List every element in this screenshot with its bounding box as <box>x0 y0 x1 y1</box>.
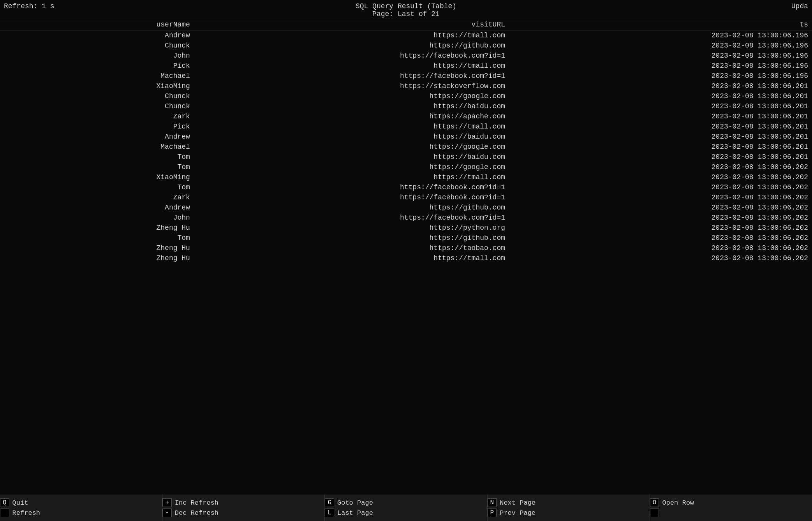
table-row[interactable]: Chunckhttps://baidu.com2023-02-08 13:00:… <box>0 101 812 111</box>
key-plus: + <box>162 498 172 507</box>
table-row[interactable]: Chunckhttps://github.com2023-02-08 13:00… <box>0 40 812 51</box>
table-cell: https://github.com <box>194 40 509 51</box>
footer-item-refresh[interactable]: Refresh <box>0 508 162 518</box>
table-row[interactable]: Tomhttps://baidu.com2023-02-08 13:00:06.… <box>0 152 812 162</box>
key-minus: - <box>162 509 172 517</box>
footer-item-quit[interactable]: Q Quit <box>0 498 162 508</box>
table-row[interactable]: Pickhttps://tmall.com2023-02-08 13:00:06… <box>0 61 812 71</box>
table-row[interactable]: Zheng Huhttps://python.org2023-02-08 13:… <box>0 223 812 233</box>
table-cell: 2023-02-08 13:00:06.196 <box>509 51 812 61</box>
table-cell: John <box>0 51 194 61</box>
table-cell: 2023-02-08 13:00:06.202 <box>509 172 812 182</box>
table-cell: 2023-02-08 13:00:06.202 <box>509 202 812 213</box>
table-cell: https://tmall.com <box>194 61 509 71</box>
header: Refresh: 1 s SQL Query Result (Table) Pa… <box>0 0 812 19</box>
table-cell: Zheng Hu <box>0 243 194 253</box>
table-row[interactable]: Tomhttps://facebook.com?id=12023-02-08 1… <box>0 182 812 192</box>
table-cell: Pick <box>0 121 194 132</box>
key-n: N <box>488 498 497 507</box>
table-cell: 2023-02-08 13:00:06.202 <box>509 182 812 192</box>
footer-item-inc-refresh[interactable]: + Inc Refresh <box>162 498 324 508</box>
table-header: userName visitURL ts <box>0 19 812 30</box>
label-quit: Quit <box>12 499 28 507</box>
table-cell: 2023-02-08 13:00:06.201 <box>509 132 812 142</box>
footer-item-last-page[interactable]: L Last Page <box>325 508 487 518</box>
footer-section-nav: N Next Page P Prev Page <box>488 495 650 521</box>
table-cell: 2023-02-08 13:00:06.202 <box>509 233 812 243</box>
table-row[interactable]: Zarkhttps://facebook.com?id=12023-02-08 … <box>0 192 812 202</box>
table-row[interactable]: Zheng Huhttps://taobao.com2023-02-08 13:… <box>0 243 812 253</box>
key-blank1 <box>0 509 9 517</box>
table-cell: 2023-02-08 13:00:06.201 <box>509 81 812 91</box>
col-ts: ts <box>509 19 812 30</box>
table-row[interactable]: Pickhttps://tmall.com2023-02-08 13:00:06… <box>0 121 812 132</box>
table-row[interactable]: Machaelhttps://facebook.com?id=12023-02-… <box>0 71 812 81</box>
table-cell: 2023-02-08 13:00:06.201 <box>509 111 812 121</box>
table-row[interactable]: XiaoMinghttps://stackoverflow.com2023-02… <box>0 81 812 91</box>
table-row[interactable]: Machaelhttps://google.com2023-02-08 13:0… <box>0 142 812 152</box>
table-cell: https://tmall.com <box>194 172 509 182</box>
table-cell: https://tmall.com <box>194 253 509 263</box>
table-cell: https://facebook.com?id=1 <box>194 71 509 81</box>
table-cell: https://facebook.com?id=1 <box>194 51 509 61</box>
label-goto-page: Goto Page <box>337 499 373 507</box>
table-cell: https://github.com <box>194 202 509 213</box>
footer: Q Quit Refresh + Inc Refresh - Dec Refre… <box>0 495 812 521</box>
footer-section-row: O Open Row <box>650 495 812 521</box>
table-cell: XiaoMing <box>0 81 194 91</box>
table-cell: Chunck <box>0 101 194 111</box>
footer-section-quit: Q Quit Refresh <box>0 495 162 521</box>
table-cell: https://stackoverflow.com <box>194 81 509 91</box>
table-cell: 2023-02-08 13:00:06.202 <box>509 223 812 233</box>
table-cell: 2023-02-08 13:00:06.202 <box>509 213 812 223</box>
table-cell: Machael <box>0 71 194 81</box>
table-cell: Andrew <box>0 202 194 213</box>
table-cell: 2023-02-08 13:00:06.201 <box>509 121 812 132</box>
key-l: L <box>325 509 334 517</box>
table-row[interactable]: Chunckhttps://google.com2023-02-08 13:00… <box>0 91 812 101</box>
table-cell: 2023-02-08 13:00:06.201 <box>509 101 812 111</box>
key-o: O <box>650 498 659 507</box>
footer-item-empty <box>650 508 812 518</box>
table-cell: https://taobao.com <box>194 243 509 253</box>
table-cell: Zheng Hu <box>0 253 194 263</box>
table-row[interactable]: Andrewhttps://baidu.com2023-02-08 13:00:… <box>0 132 812 142</box>
table-row[interactable]: Johnhttps://facebook.com?id=12023-02-08 … <box>0 51 812 61</box>
table-cell: https://google.com <box>194 91 509 101</box>
key-blank2 <box>650 509 659 517</box>
table-cell: Chunck <box>0 91 194 101</box>
table-cell: 2023-02-08 13:00:06.196 <box>509 30 812 41</box>
footer-item-goto-page[interactable]: G Goto Page <box>325 498 487 508</box>
table-cell: https://baidu.com <box>194 101 509 111</box>
footer-item-prev-page[interactable]: P Prev Page <box>488 508 650 518</box>
footer-item-next-page[interactable]: N Next Page <box>488 498 650 508</box>
table-cell: Tom <box>0 152 194 162</box>
table-cell: 2023-02-08 13:00:06.202 <box>509 192 812 202</box>
table-row[interactable]: Zheng Huhttps://tmall.com2023-02-08 13:0… <box>0 253 812 263</box>
table-cell: Andrew <box>0 132 194 142</box>
table-cell: 2023-02-08 13:00:06.202 <box>509 253 812 263</box>
table-cell: Zheng Hu <box>0 223 194 233</box>
table-cell: Tom <box>0 182 194 192</box>
table-cell: XiaoMing <box>0 172 194 182</box>
table-cell: https://facebook.com?id=1 <box>194 192 509 202</box>
table-row[interactable]: Tomhttps://google.com2023-02-08 13:00:06… <box>0 162 812 172</box>
table-row[interactable]: Andrewhttps://github.com2023-02-08 13:00… <box>0 202 812 213</box>
table-row[interactable]: Andrewhttps://tmall.com2023-02-08 13:00:… <box>0 30 812 41</box>
table-row[interactable]: XiaoMinghttps://tmall.com2023-02-08 13:0… <box>0 172 812 182</box>
table-row[interactable]: Johnhttps://facebook.com?id=12023-02-08 … <box>0 213 812 223</box>
footer-item-open-row[interactable]: O Open Row <box>650 498 812 508</box>
col-visiturl: visitURL <box>194 19 509 30</box>
table-cell: Machael <box>0 142 194 152</box>
table-cell: https://tmall.com <box>194 121 509 132</box>
table-cell: https://baidu.com <box>194 132 509 142</box>
label-next-page: Next Page <box>500 499 535 507</box>
table-cell: Pick <box>0 61 194 71</box>
table-cell: https://google.com <box>194 162 509 172</box>
table-row[interactable]: Zarkhttps://apache.com2023-02-08 13:00:0… <box>0 111 812 121</box>
footer-item-dec-refresh[interactable]: - Dec Refresh <box>162 508 324 518</box>
label-last-page: Last Page <box>337 509 373 517</box>
table-cell: Tom <box>0 162 194 172</box>
table-cell: 2023-02-08 13:00:06.201 <box>509 91 812 101</box>
table-row[interactable]: Tomhttps://github.com2023-02-08 13:00:06… <box>0 233 812 243</box>
